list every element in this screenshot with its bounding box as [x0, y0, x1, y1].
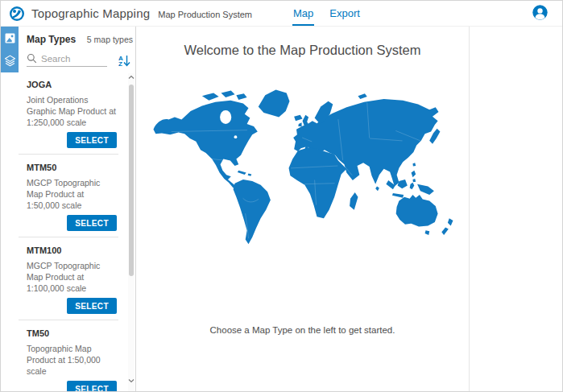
map-type-name: JOGA [27, 77, 117, 89]
world-map-graphic [145, 85, 461, 248]
map-type-description: Joint Operations Graphic Map Product at … [27, 94, 117, 128]
search-input[interactable] [41, 54, 102, 64]
app-window: Topographic Mapping Map Production Syste… [0, 0, 563, 392]
map-type-item-mtm100: MTM100 MGCP Topographic Map Product at 1… [19, 237, 118, 320]
getting-started-hint: Choose a Map Type on the left to get sta… [210, 325, 395, 335]
main-area: Welcome to the Map Production System [136, 27, 562, 391]
welcome-panel: Welcome to the Map Production System [136, 27, 470, 391]
layers-widget-icon[interactable] [1, 49, 19, 72]
widget-toolbar [1, 27, 19, 72]
map-widget-icon[interactable] [1, 27, 19, 49]
select-button[interactable]: SELECT [67, 298, 117, 314]
user-avatar-icon[interactable] [532, 5, 548, 20]
select-button[interactable]: SELECT [67, 215, 117, 231]
app-header: Topographic Mapping Map Production Syste… [1, 1, 562, 27]
right-gutter [470, 27, 562, 391]
chevron-up-icon[interactable] [128, 73, 135, 81]
scrollbar-thumb[interactable] [129, 85, 134, 276]
app-title: Topographic Mapping [31, 6, 150, 20]
tab-map[interactable]: Map [292, 2, 314, 26]
app-subtitle: Map Production System [158, 8, 252, 19]
map-type-list: JOGA Joint Operations Graphic Map Produc… [19, 72, 118, 391]
welcome-heading: Welcome to the Map Production System [184, 43, 420, 58]
map-type-item-joga: JOGA Joint Operations Graphic Map Produc… [19, 72, 118, 155]
sort-az-icon[interactable]: AZ [118, 55, 130, 67]
select-button[interactable]: SELECT [67, 381, 117, 391]
map-type-description: MGCP Topographic Map Product at 1:50,000… [27, 177, 117, 211]
search-row: AZ [27, 53, 135, 67]
app-body: Map Types 5 map types AZ [1, 27, 562, 391]
map-type-item-tm50: TM50 Topographic Map Product at 1:50,000… [19, 320, 118, 391]
search-box [27, 53, 107, 67]
map-type-name: MTM50 [27, 160, 117, 172]
map-types-panel: Map Types 5 map types AZ [1, 27, 136, 391]
globe-icon [9, 6, 25, 22]
map-type-count: 5 map types [87, 35, 133, 44]
chevron-down-icon[interactable] [128, 377, 135, 385]
map-type-description: MGCP Topographic Map Product at 1:100,00… [27, 260, 117, 294]
panel-header: Map Types 5 map types [27, 34, 133, 45]
header-tabs: Map Export [292, 1, 361, 26]
tab-export[interactable]: Export [329, 2, 361, 26]
map-type-name: TM50 [27, 326, 117, 338]
search-icon [27, 53, 37, 64]
map-type-item-mtm50: MTM50 MGCP Topographic Map Product at 1:… [19, 155, 118, 237]
select-button[interactable]: SELECT [67, 132, 117, 148]
sidebar-scrollbar[interactable] [128, 73, 135, 391]
panel-title: Map Types [27, 34, 76, 45]
map-type-name: MTM100 [27, 243, 117, 255]
map-type-description: Topographic Map Product at 1:50,000 scal… [27, 343, 117, 377]
